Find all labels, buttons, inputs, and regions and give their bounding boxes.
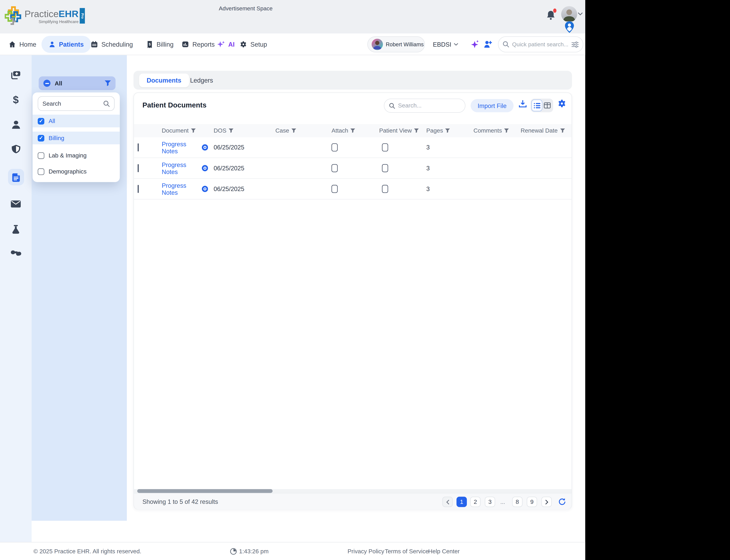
grid-view-button[interactable]	[542, 99, 552, 111]
sidebar-item-review[interactable]	[0, 250, 32, 256]
patient-view-checkbox[interactable]	[382, 164, 388, 172]
header-comments[interactable]: Comments	[468, 127, 515, 134]
person-pin-icon[interactable]	[565, 21, 574, 33]
chevron-down-icon[interactable]	[578, 12, 583, 16]
pagination-page-8[interactable]: 8	[512, 497, 522, 507]
import-file-button[interactable]: Import File	[471, 99, 513, 112]
filter-sliders-icon[interactable]	[571, 41, 579, 47]
nav-setup[interactable]: Setup	[240, 33, 267, 55]
header-patient-view[interactable]: Patient View	[373, 127, 421, 134]
sidebar-item-payments[interactable]: $	[0, 95, 32, 105]
funnel-icon[interactable]	[229, 128, 234, 133]
nav-home[interactable]: Home	[9, 33, 36, 55]
advertisement-space: Advertisement Space	[219, 5, 273, 12]
funnel-icon[interactable]	[351, 128, 355, 133]
dollar-icon: $	[13, 95, 19, 105]
funnel-icon[interactable]	[560, 128, 565, 133]
link-terms-of-service[interactable]: Terms of Service	[385, 542, 429, 560]
filter-selected-label: All	[55, 80, 100, 87]
pagination-page-3[interactable]: 3	[485, 497, 495, 507]
attach-checkbox[interactable]	[332, 143, 338, 151]
header-pages[interactable]: Pages	[421, 127, 468, 134]
grid-view-icon	[544, 102, 551, 108]
view-eye-icon[interactable]	[202, 185, 208, 192]
funnel-icon[interactable]	[105, 80, 111, 86]
current-patient-selector[interactable]: Robert Williams	[367, 36, 425, 52]
patient-view-checkbox[interactable]	[382, 185, 388, 193]
attach-checkbox[interactable]	[332, 185, 338, 193]
filter-option-lab-imaging[interactable]: Lab & Imaging	[33, 149, 120, 162]
sidebar-item-insurance[interactable]	[0, 145, 32, 153]
add-patient-button[interactable]	[483, 40, 492, 50]
user-avatar[interactable]	[561, 6, 577, 22]
table-settings-button[interactable]	[557, 99, 566, 110]
tab-ledgers[interactable]: Ledgers	[190, 71, 213, 90]
view-eye-icon[interactable]	[202, 144, 208, 151]
sidebar-item-documents[interactable]	[0, 173, 32, 182]
nav-scheduling[interactable]: Scheduling	[91, 33, 133, 55]
flask-icon	[11, 225, 20, 234]
funnel-icon[interactable]	[191, 128, 196, 133]
pagination-next-button[interactable]	[541, 497, 552, 507]
document-link[interactable]: Progress Notes	[162, 161, 199, 175]
header-document[interactable]: Document	[156, 127, 208, 134]
refresh-button[interactable]	[558, 498, 565, 508]
header-attach[interactable]: Attach	[326, 127, 373, 134]
document-type-filter[interactable]: All	[39, 76, 116, 90]
pagination-prev-button[interactable]	[442, 497, 453, 507]
filter-search-input[interactable]	[42, 100, 103, 107]
documents-search-input[interactable]	[398, 102, 460, 109]
sidebar-item-labs[interactable]	[0, 225, 32, 234]
header-case[interactable]: Case	[270, 127, 326, 134]
filter-option-demographics[interactable]: Demographics	[33, 165, 120, 178]
link-privacy-policy[interactable]: Privacy Policy	[348, 542, 384, 560]
nav-patients[interactable]: Patients	[41, 36, 91, 53]
filter-search	[38, 96, 115, 111]
header-renewal-date[interactable]: Renewal Date	[515, 127, 571, 134]
checkbox-checked[interactable]	[38, 135, 44, 141]
funnel-icon[interactable]	[445, 128, 450, 133]
collapse-minus-icon[interactable]	[43, 80, 50, 87]
sidebar-item-patient[interactable]	[0, 120, 32, 129]
checkbox-unchecked[interactable]	[38, 152, 44, 159]
checkbox-checked[interactable]	[38, 118, 44, 124]
pagination-page-9[interactable]: 9	[527, 497, 537, 507]
nav-reports-label: Reports	[192, 41, 215, 48]
notifications-button[interactable]	[546, 10, 556, 21]
pages-value: 3	[426, 165, 430, 172]
row-checkbox[interactable]	[138, 185, 139, 193]
row-checkbox[interactable]	[138, 164, 139, 172]
download-button[interactable]	[519, 99, 527, 110]
nav-ai[interactable]: AI	[217, 33, 235, 55]
pagination-page-1[interactable]: 1	[456, 497, 467, 507]
document-link[interactable]: Progress Notes	[162, 140, 199, 154]
brand-logo[interactable]: PracticeEHR Simplifying Healthcare Pro	[5, 6, 85, 26]
view-toggle	[530, 99, 553, 112]
attach-checkbox[interactable]	[332, 164, 338, 172]
document-link[interactable]: Progress Notes	[162, 182, 199, 196]
view-eye-icon[interactable]	[202, 165, 208, 172]
header-dos[interactable]: DOS	[208, 127, 270, 134]
tab-documents[interactable]: Documents	[139, 74, 189, 87]
pagination-page-2[interactable]: 2	[470, 497, 480, 507]
practice-selector[interactable]: EBDSI	[433, 33, 458, 55]
filter-option-billing[interactable]: Billing	[33, 132, 120, 144]
ai-assistant-button[interactable]	[471, 40, 479, 51]
sidebar-item-messages[interactable]	[0, 200, 32, 207]
horizontal-scrollbar-thumb[interactable]	[137, 489, 273, 493]
nav-billing[interactable]: $ Billing	[146, 33, 174, 55]
funnel-icon[interactable]	[504, 128, 509, 133]
funnel-icon[interactable]	[292, 128, 296, 133]
quick-patient-search-input[interactable]	[512, 41, 569, 48]
nav-reports[interactable]: Reports	[182, 33, 215, 55]
link-help-center[interactable]: Help Center	[428, 542, 459, 560]
row-checkbox[interactable]	[138, 143, 139, 151]
sidebar-item-charts[interactable]	[0, 71, 32, 79]
patient-view-checkbox[interactable]	[382, 143, 388, 151]
list-view-button[interactable]	[531, 99, 542, 111]
funnel-icon[interactable]	[414, 128, 419, 133]
horizontal-scrollbar[interactable]	[134, 489, 571, 493]
checkbox-unchecked[interactable]	[38, 168, 44, 175]
home-icon	[9, 41, 16, 48]
filter-option-all[interactable]: All	[33, 115, 120, 127]
